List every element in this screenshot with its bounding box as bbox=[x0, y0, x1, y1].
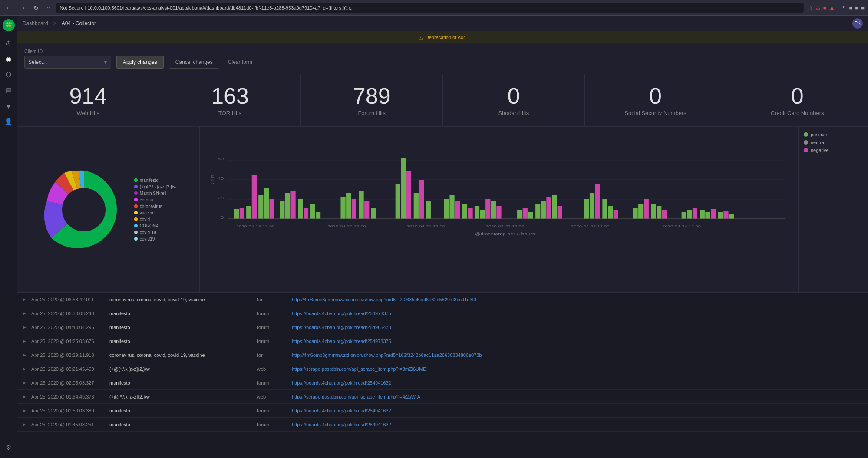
row-source-3: forum bbox=[257, 339, 292, 344]
row-timestamp-1: Apr 25, 2020 @ 06:30:03.240 bbox=[31, 311, 109, 316]
donut-color-3 bbox=[134, 198, 138, 201]
header-bar: Dashboard > A04 - Collector PK bbox=[17, 16, 868, 31]
back-button[interactable]: ← bbox=[3, 3, 14, 12]
row-expand-5[interactable]: ▶ bbox=[23, 366, 31, 371]
svg-rect-42 bbox=[485, 199, 490, 219]
web-hits-label: Web Hits bbox=[77, 110, 100, 116]
clear-form-button[interactable]: Clear form bbox=[224, 56, 256, 69]
row-expand-1[interactable]: ▶ bbox=[23, 311, 31, 316]
stat-forum-hits: 789 Forum Hits bbox=[301, 74, 443, 126]
svg-rect-38 bbox=[462, 204, 467, 219]
ssn-label: Social Security Numbers bbox=[624, 110, 686, 116]
row-tags-0: coronavirus, corona, covid, covid-19, va… bbox=[109, 297, 257, 302]
svg-rect-10 bbox=[240, 208, 244, 219]
client-id-label: Client ID bbox=[24, 49, 111, 54]
legend-dot-positive bbox=[804, 132, 808, 137]
ccn-value: 0 bbox=[791, 85, 804, 107]
donut-legend-item-2: Martin Shkreli bbox=[134, 191, 176, 196]
row-expand-0[interactable]: ▶ bbox=[23, 297, 31, 302]
row-url-1[interactable]: https://boards.4chan.org/pol/thread/2549… bbox=[292, 311, 863, 316]
client-id-select[interactable]: Select... bbox=[24, 56, 111, 69]
donut-legend-item-6: covid bbox=[134, 217, 176, 222]
legend-dot-negative bbox=[804, 148, 808, 152]
legend-label-positive: positive bbox=[811, 132, 827, 137]
row-expand-3[interactable]: ▶ bbox=[23, 339, 31, 343]
donut-label-5: vaccine bbox=[140, 211, 155, 215]
browser-icons: ☆ ⚠ ■ ▲ ⋮ ■ ■ ■ bbox=[808, 4, 865, 11]
stat-ccn: 0 Credit Card Numbers bbox=[726, 74, 868, 126]
forward-button[interactable]: → bbox=[17, 3, 28, 12]
row-url-7[interactable]: https://scrape.pastebin.com/api_scrape_i… bbox=[292, 394, 863, 399]
row-expand-6[interactable]: ▶ bbox=[23, 380, 31, 385]
home-button[interactable]: ⌂ bbox=[44, 3, 52, 12]
row-expand-8[interactable]: ▶ bbox=[23, 408, 31, 413]
row-url-6[interactable]: https://boards.4chan.org/pol/thread/2549… bbox=[292, 380, 863, 386]
app-logo[interactable]: 🍀 bbox=[3, 19, 15, 31]
tor-hits-value: 163 bbox=[211, 85, 249, 107]
legend-positive: positive bbox=[804, 132, 863, 137]
svg-rect-30 bbox=[401, 158, 406, 219]
svg-text:2020-04-22 12:00: 2020-04-22 12:00 bbox=[486, 224, 525, 228]
apply-changes-button[interactable]: Apply changes bbox=[116, 56, 164, 69]
svg-rect-32 bbox=[414, 193, 419, 219]
donut-legend: manifesto (+@[*.\.\.[a-z]{2,}\w Martin S… bbox=[134, 178, 176, 241]
svg-rect-56 bbox=[602, 199, 607, 219]
row-expand-7[interactable]: ▶ bbox=[23, 394, 31, 399]
cancel-changes-button[interactable]: Cancel changes bbox=[169, 56, 219, 69]
donut-color-6 bbox=[134, 217, 138, 221]
user-avatar[interactable]: PK bbox=[852, 18, 863, 29]
svg-point-0 bbox=[62, 188, 106, 231]
row-url-0[interactable]: http://4m6omb3gmrmnwzxi.onion/show.php?m… bbox=[292, 297, 863, 302]
donut-panel: manifesto (+@[*.\.\.[a-z]{2,}\w Martin S… bbox=[17, 127, 200, 292]
svg-rect-61 bbox=[644, 199, 649, 219]
svg-rect-22 bbox=[316, 212, 320, 219]
row-url-2[interactable]: https://boards.4chan.org/pol/thread/2549… bbox=[292, 325, 863, 330]
sidebar-item-table[interactable]: ▤ bbox=[2, 83, 16, 97]
shodan-hits-label: Shodan Hits bbox=[498, 110, 529, 116]
row-url-4[interactable]: http://4m6omb3gmrmnwzxi.onion/show.php?m… bbox=[292, 353, 863, 358]
bookmark-icon[interactable]: ☆ bbox=[808, 4, 813, 11]
breadcrumb-current: A04 - Collector bbox=[62, 20, 96, 26]
main-content: Dashboard > A04 - Collector PK △ Depreca… bbox=[17, 16, 868, 458]
donut-legend-item-1: (+@[*.\.\.[a-z]{2,}\w bbox=[134, 185, 176, 189]
table-row: ▶ Apr 25, 2020 @ 02:05:03.327 manifesto … bbox=[17, 376, 868, 390]
donut-legend-item-8: covid-19 bbox=[134, 230, 176, 235]
row-source-5: web bbox=[257, 366, 292, 372]
breadcrumb-dashboard[interactable]: Dashboard bbox=[23, 20, 48, 26]
sidebar-item-settings[interactable]: ⚙ bbox=[2, 441, 16, 455]
row-timestamp-7: Apr 25, 2020 @ 01:54:49.376 bbox=[31, 394, 109, 399]
row-url-5[interactable]: https://scrape.pastebin.com/api_scrape_i… bbox=[292, 366, 863, 372]
donut-color-9 bbox=[134, 237, 138, 241]
sidebar-item-grid[interactable]: ⬡ bbox=[2, 68, 16, 82]
svg-rect-60 bbox=[638, 204, 643, 219]
row-expand-2[interactable]: ▶ bbox=[23, 325, 31, 329]
svg-rect-27 bbox=[364, 201, 369, 219]
sidebar-item-dashboard[interactable]: ◉ bbox=[2, 52, 16, 66]
menu-dots[interactable]: ⋮ bbox=[841, 4, 846, 11]
sidebar-item-user[interactable]: 👤 bbox=[2, 115, 16, 129]
row-tags-4: coronavirus, corona, covid, covid-19, va… bbox=[109, 353, 257, 358]
donut-label-7: CORONA bbox=[140, 224, 159, 228]
row-expand-4[interactable]: ▶ bbox=[23, 353, 31, 357]
row-source-7: web bbox=[257, 394, 292, 399]
url-bar[interactable] bbox=[56, 3, 804, 13]
svg-rect-34 bbox=[426, 201, 431, 219]
row-expand-9[interactable]: ▶ bbox=[23, 422, 31, 427]
shodan-hits-value: 0 bbox=[507, 85, 520, 107]
donut-color-8 bbox=[134, 231, 138, 234]
reload-button[interactable]: ↻ bbox=[31, 3, 41, 12]
table-row: ▶ Apr 25, 2020 @ 03:21:45.450 (+@[*.\.\.… bbox=[17, 362, 868, 376]
svg-rect-55 bbox=[595, 184, 600, 219]
sidebar-item-clock[interactable]: ⏱ bbox=[2, 36, 16, 50]
sidebar-item-heart[interactable]: ♥ bbox=[2, 99, 16, 113]
row-tags-7: (+@[*.\.\.[a-z]{2,}\w bbox=[109, 394, 257, 399]
ext4-icon: ■ bbox=[861, 4, 865, 11]
svg-rect-28 bbox=[371, 208, 376, 219]
bar-chart-panel: 0 20 40 60 bbox=[200, 127, 799, 292]
row-url-8[interactable]: https://boards.4chan.org/pol/thread/2549… bbox=[292, 408, 863, 413]
row-url-9[interactable]: https://boards.4chan.org/pol/thread/2549… bbox=[292, 422, 863, 427]
svg-rect-39 bbox=[468, 208, 472, 219]
row-url-3[interactable]: https://boards.4chan.org/pol/thread/2549… bbox=[292, 339, 863, 344]
data-table: ▶ Apr 25, 2020 @ 06:53:42.011 coronaviru… bbox=[17, 293, 868, 458]
row-source-9: forum bbox=[257, 422, 292, 427]
